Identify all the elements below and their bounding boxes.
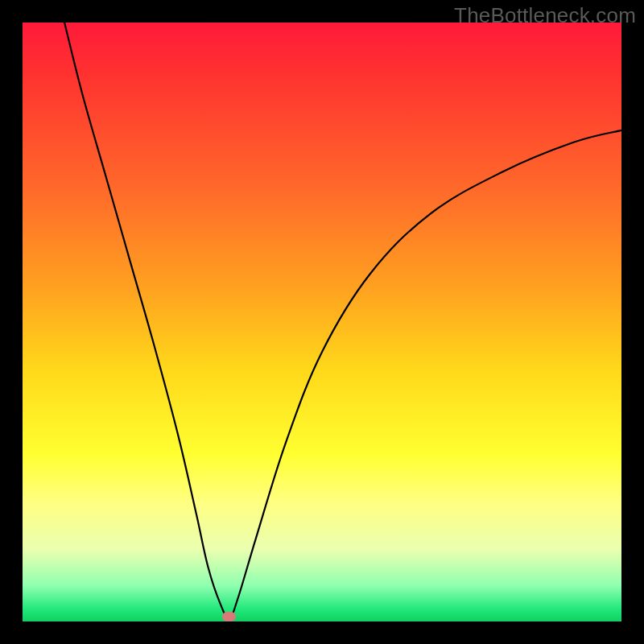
optimum-marker	[222, 612, 236, 621]
chart-plot-area	[23, 23, 621, 621]
bottleneck-curve	[23, 23, 621, 621]
attribution-label: TheBottleneck.com	[454, 3, 636, 28]
